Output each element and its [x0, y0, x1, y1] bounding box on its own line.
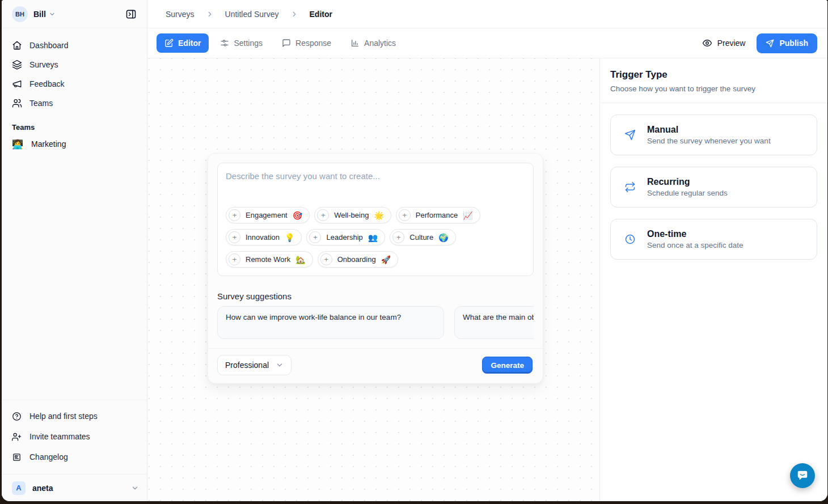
teams-section-label: Teams: [2, 113, 147, 134]
layers-icon: [12, 60, 22, 70]
publish-button[interactable]: Publish: [757, 33, 817, 53]
preview-button[interactable]: Preview: [702, 38, 746, 48]
sidebar-item-label: Teams: [29, 99, 53, 108]
chevron-right-icon: [290, 10, 298, 18]
sidebar-item[interactable]: Teams: [7, 94, 141, 113]
topic-chip[interactable]: + Engagement 🎯: [226, 207, 310, 223]
trigger-option-description: Send once at a specific date: [647, 241, 743, 249]
add-icon: +: [229, 231, 240, 243]
add-icon: +: [317, 209, 329, 221]
account-menu[interactable]: A aneta: [2, 474, 147, 501]
topic-chip[interactable]: + Performance 📈: [396, 207, 480, 223]
suggestion-card[interactable]: How can we improve work-life balance in …: [217, 306, 444, 339]
team-emoji-icon: 👩‍💻: [12, 139, 23, 150]
sidebar-footer-item[interactable]: Invite teammates: [7, 426, 141, 447]
message-icon: [282, 39, 291, 48]
toolbar-tab[interactable]: Response: [274, 33, 339, 53]
editor-canvas: Describe the survey you want to create..…: [147, 58, 599, 501]
account-avatar: A: [12, 481, 26, 495]
survey-prompt-input[interactable]: Describe the survey you want to create..…: [217, 163, 534, 276]
sidebar-item[interactable]: Dashboard: [7, 36, 141, 55]
sidebar-item[interactable]: Surveys: [7, 55, 141, 74]
add-icon: +: [229, 209, 240, 221]
account-name: aneta: [32, 484, 53, 493]
team-label: Marketing: [31, 139, 66, 149]
clock-icon: [624, 234, 636, 245]
megaphone-icon: [12, 79, 22, 89]
sidebar-item-label: Dashboard: [29, 41, 69, 50]
trigger-panel-header: Trigger Type Choose how you want to trig…: [600, 58, 827, 103]
sidebar-footer-item[interactable]: Help and first steps: [7, 406, 141, 426]
trigger-option-card[interactable]: One-time Send once at a specific date: [610, 219, 817, 260]
breadcrumb-survey-name[interactable]: Untitled Survey: [225, 10, 279, 19]
sidebar-item-team[interactable]: 👩‍💻 Marketing: [2, 134, 147, 154]
suggestion-card[interactable]: What are the main ob: [454, 306, 534, 339]
prompt-placeholder: Describe the survey you want to create..…: [226, 171, 525, 181]
chip-label: Innovation: [246, 233, 280, 242]
tab-label: Settings: [234, 39, 263, 48]
topic-chip[interactable]: + Leadership 👥: [306, 229, 385, 245]
chip-emoji-icon: 🌟: [374, 211, 383, 220]
chip-emoji-icon: 🏡: [295, 255, 305, 264]
trigger-option-title: Recurring: [647, 177, 728, 187]
send-icon: [624, 129, 636, 141]
suggestions-row: How can we improve work-life balance in …: [217, 306, 534, 339]
app-window: BH Bill Dashboard Surveys: [2, 0, 827, 501]
trigger-option-card[interactable]: Manual Send the survey whenever you want: [610, 115, 817, 155]
toolbar-tab[interactable]: Analytics: [343, 33, 404, 53]
chip-label: Onboarding: [337, 255, 376, 264]
workspace-avatar: BH: [12, 6, 28, 22]
footer-item-label: Invite teammates: [29, 432, 90, 441]
trigger-panel-title: Trigger Type: [610, 69, 817, 81]
help-icon: [12, 411, 22, 421]
repeat-icon: [624, 181, 636, 193]
toolbar-tab[interactable]: Settings: [212, 33, 271, 53]
sliders-icon: [220, 39, 229, 48]
editor-toolbar: Editor Settings Response Analyti: [147, 28, 827, 58]
topic-chips: + Engagement 🎯 + Well-being 🌟: [226, 207, 525, 268]
chip-emoji-icon: 🎯: [293, 211, 302, 220]
topic-chip[interactable]: + Culture 🌍: [390, 229, 455, 245]
sidebar-item[interactable]: Feedback: [7, 74, 141, 94]
trigger-option-description: Schedule regular sends: [647, 189, 728, 197]
chevron-right-icon: [206, 10, 214, 18]
chip-emoji-icon: 📈: [463, 211, 472, 220]
add-icon: +: [229, 253, 240, 265]
preview-label: Preview: [717, 39, 746, 48]
chevron-down-icon: [131, 484, 139, 492]
sidebar-item-label: Feedback: [29, 79, 64, 88]
chip-label: Leadership: [326, 233, 362, 242]
add-icon: +: [309, 231, 321, 243]
survey-composer-card: Describe the survey you want to create..…: [208, 153, 543, 384]
tab-label: Editor: [178, 39, 201, 48]
tone-select[interactable]: Professional: [217, 355, 292, 375]
home-icon: [12, 40, 22, 50]
workspace-switcher[interactable]: BH Bill: [2, 0, 147, 28]
chat-bubble-icon: [796, 469, 809, 482]
workspace-name: Bill: [33, 10, 46, 19]
sidebar-toggle-icon[interactable]: [122, 5, 140, 23]
breadcrumb-bar: Surveys Untitled Survey Editor: [147, 0, 827, 28]
chip-emoji-icon: 👥: [368, 233, 378, 242]
chevron-down-icon: [49, 11, 56, 18]
editor-tabs: Editor Settings Response Analyti: [157, 33, 404, 53]
topic-chip[interactable]: + Innovation 💡: [226, 229, 302, 245]
topic-chip[interactable]: + Onboarding 🚀: [318, 251, 398, 268]
chip-emoji-icon: 🚀: [381, 255, 391, 264]
generate-button[interactable]: Generate: [482, 357, 533, 374]
trigger-option-card[interactable]: Recurring Schedule regular sends: [610, 167, 817, 207]
topic-chip[interactable]: + Remote Work 🏡: [226, 251, 313, 268]
breadcrumb-surveys[interactable]: Surveys: [166, 10, 195, 19]
composer-footer: Professional Generate: [208, 348, 543, 383]
chip-label: Remote Work: [246, 255, 290, 264]
chip-label: Well-being: [334, 211, 369, 219]
sidebar: BH Bill Dashboard Surveys: [2, 0, 147, 501]
breadcrumb-current: Editor: [310, 10, 332, 19]
trigger-option-title: Manual: [647, 125, 771, 135]
toolbar-tab[interactable]: Editor: [157, 33, 209, 53]
topic-chip[interactable]: + Well-being 🌟: [314, 207, 391, 223]
sidebar-nav: Dashboard Surveys Feedback Teams: [2, 28, 147, 113]
chat-launcher-button[interactable]: [790, 463, 815, 488]
sidebar-footer-item[interactable]: Changelog: [7, 447, 141, 467]
paper-plane-icon: [766, 39, 774, 48]
